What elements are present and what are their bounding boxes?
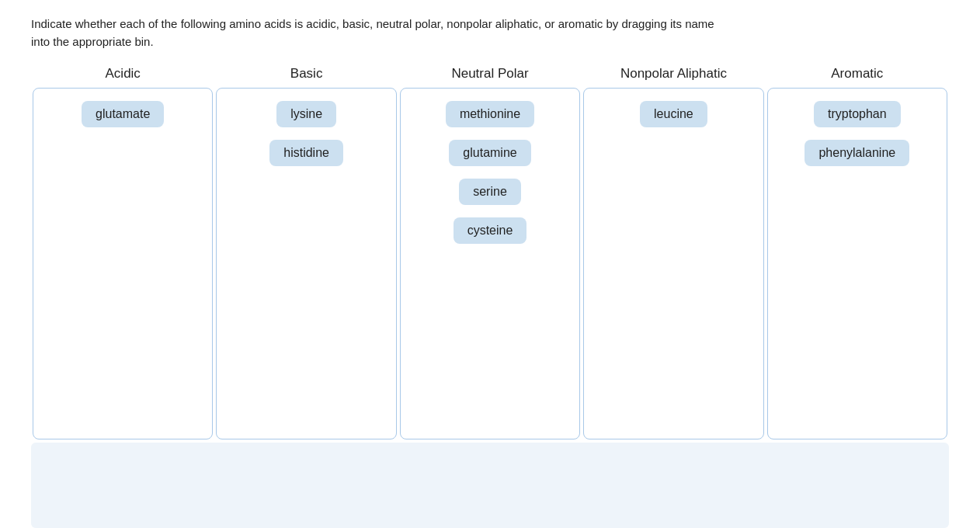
amino-acid-tag-tryptophan[interactable]: tryptophan [814,101,901,127]
source-area [31,443,949,528]
column-header-nonpolar-aliphatic: Nonpolar Aliphatic [582,66,765,88]
amino-acid-tag-glutamine[interactable]: glutamine [449,140,530,166]
column-header-basic: Basic [214,66,398,88]
amino-acid-tag-lysine[interactable]: lysine [276,101,336,127]
instructions-text: Indicate whether each of the following a… [31,16,730,50]
column-header-neutral-polar: Neutral Polar [398,66,582,88]
bin-aromatic[interactable]: tryptophanphenylalanine [767,88,947,439]
column-header-acidic: Acidic [31,66,214,88]
columns-wrapper: AcidicBasicNeutral PolarNonpolar Aliphat… [31,66,949,439]
bin-acidic[interactable]: glutamate [33,88,213,439]
column-headers: AcidicBasicNeutral PolarNonpolar Aliphat… [31,66,949,88]
bin-neutral-polar[interactable]: methionineglutamineserinecysteine [400,88,580,439]
columns-bins: glutamatelysinehistidinemethionineglutam… [31,88,949,439]
amino-acid-tag-methionine[interactable]: methionine [446,101,534,127]
page-container: Indicate whether each of the following a… [0,0,980,528]
bin-nonpolar-aliphatic[interactable]: leucine [583,88,763,439]
amino-acid-tag-serine[interactable]: serine [459,179,521,205]
amino-acid-tag-leucine[interactable]: leucine [640,101,707,127]
amino-acid-tag-glutamate[interactable]: glutamate [82,101,164,127]
amino-acid-tag-cysteine[interactable]: cysteine [454,217,527,244]
amino-acid-tag-phenylalanine[interactable]: phenylalanine [805,140,909,166]
amino-acid-tag-histidine[interactable]: histidine [269,140,343,166]
column-header-aromatic: Aromatic [766,66,949,88]
bin-basic[interactable]: lysinehistidine [216,88,396,439]
